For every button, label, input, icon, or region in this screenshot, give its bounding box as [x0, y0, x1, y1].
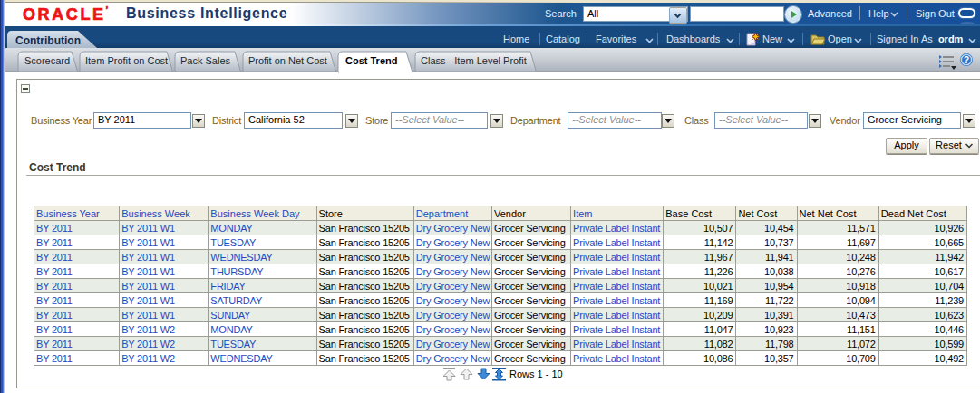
- svg-text:?: ?: [964, 55, 969, 65]
